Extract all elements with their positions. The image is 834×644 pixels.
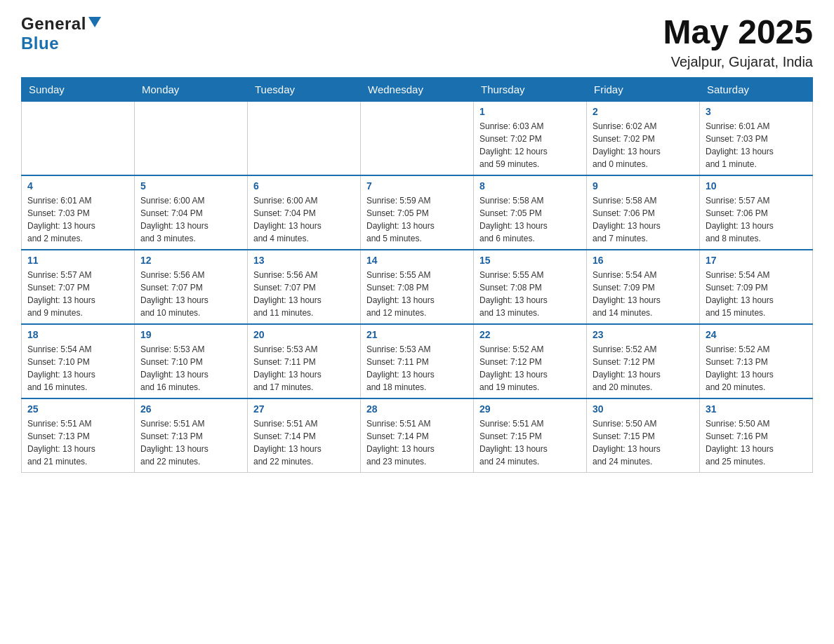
day-number: 24	[706, 329, 807, 340]
calendar-cell: 8Sunrise: 5:58 AM Sunset: 7:05 PM Daylig…	[474, 175, 587, 250]
calendar-header-saturday: Saturday	[700, 77, 813, 101]
calendar-cell: 28Sunrise: 5:51 AM Sunset: 7:14 PM Dayli…	[361, 398, 474, 473]
day-info: Sunrise: 5:52 AM Sunset: 7:12 PM Dayligh…	[479, 343, 581, 394]
calendar-cell: 30Sunrise: 5:50 AM Sunset: 7:15 PM Dayli…	[587, 398, 700, 473]
calendar-header-row: SundayMondayTuesdayWednesdayThursdayFrid…	[22, 77, 813, 101]
day-info: Sunrise: 5:51 AM Sunset: 7:13 PM Dayligh…	[140, 417, 241, 468]
calendar-week-row: 18Sunrise: 5:54 AM Sunset: 7:10 PM Dayli…	[22, 324, 813, 398]
calendar-cell: 14Sunrise: 5:55 AM Sunset: 7:08 PM Dayli…	[361, 250, 474, 324]
day-number: 3	[706, 106, 807, 117]
day-number: 25	[27, 403, 128, 415]
day-info: Sunrise: 5:53 AM Sunset: 7:11 PM Dayligh…	[253, 343, 355, 394]
day-info: Sunrise: 6:00 AM Sunset: 7:04 PM Dayligh…	[253, 194, 355, 245]
calendar-table: SundayMondayTuesdayWednesdayThursdayFrid…	[21, 77, 813, 473]
calendar-cell: 20Sunrise: 5:53 AM Sunset: 7:11 PM Dayli…	[248, 324, 361, 398]
day-number: 4	[27, 180, 128, 192]
day-number: 18	[27, 329, 128, 340]
day-number: 23	[593, 329, 694, 340]
calendar-cell: 17Sunrise: 5:54 AM Sunset: 7:09 PM Dayli…	[700, 250, 813, 324]
calendar-cell: 7Sunrise: 5:59 AM Sunset: 7:05 PM Daylig…	[361, 175, 474, 250]
calendar-cell: 18Sunrise: 5:54 AM Sunset: 7:10 PM Dayli…	[22, 324, 135, 398]
day-number: 11	[27, 255, 128, 266]
day-number: 12	[140, 255, 241, 266]
calendar-cell: 5Sunrise: 6:00 AM Sunset: 7:04 PM Daylig…	[135, 175, 248, 250]
calendar-cell: 11Sunrise: 5:57 AM Sunset: 7:07 PM Dayli…	[22, 250, 135, 324]
day-number: 30	[593, 403, 694, 415]
day-number: 29	[479, 403, 581, 415]
calendar-week-row: 11Sunrise: 5:57 AM Sunset: 7:07 PM Dayli…	[22, 250, 813, 324]
month-year-title: May 2025	[663, 14, 814, 51]
calendar-week-row: 25Sunrise: 5:51 AM Sunset: 7:13 PM Dayli…	[22, 398, 813, 473]
title-block: May 2025 Vejalpur, Gujarat, India	[663, 14, 814, 70]
day-number: 2	[593, 106, 694, 117]
day-info: Sunrise: 5:51 AM Sunset: 7:14 PM Dayligh…	[253, 417, 355, 468]
day-number: 17	[706, 255, 807, 266]
calendar-cell: 10Sunrise: 5:57 AM Sunset: 7:06 PM Dayli…	[700, 175, 813, 250]
day-number: 5	[140, 180, 241, 192]
calendar-cell: 13Sunrise: 5:56 AM Sunset: 7:07 PM Dayli…	[248, 250, 361, 324]
logo-blue-text: Blue	[21, 34, 59, 53]
day-info: Sunrise: 5:53 AM Sunset: 7:10 PM Dayligh…	[140, 343, 241, 394]
calendar-header-wednesday: Wednesday	[361, 77, 474, 101]
calendar-cell: 16Sunrise: 5:54 AM Sunset: 7:09 PM Dayli…	[587, 250, 700, 324]
calendar-cell: 15Sunrise: 5:55 AM Sunset: 7:08 PM Dayli…	[474, 250, 587, 324]
day-number: 26	[140, 403, 241, 415]
day-info: Sunrise: 5:50 AM Sunset: 7:16 PM Dayligh…	[706, 417, 807, 468]
day-number: 7	[366, 180, 468, 192]
day-number: 20	[253, 329, 355, 340]
day-number: 16	[593, 255, 694, 266]
day-info: Sunrise: 5:58 AM Sunset: 7:06 PM Dayligh…	[593, 194, 694, 245]
day-info: Sunrise: 6:01 AM Sunset: 7:03 PM Dayligh…	[27, 194, 128, 245]
day-number: 27	[253, 403, 355, 415]
calendar-cell: 4Sunrise: 6:01 AM Sunset: 7:03 PM Daylig…	[22, 175, 135, 250]
day-number: 1	[479, 106, 581, 117]
calendar-cell: 1Sunrise: 6:03 AM Sunset: 7:02 PM Daylig…	[474, 101, 587, 175]
calendar-header-friday: Friday	[587, 77, 700, 101]
day-number: 31	[706, 403, 807, 415]
calendar-cell	[135, 101, 248, 175]
day-number: 19	[140, 329, 241, 340]
day-info: Sunrise: 5:55 AM Sunset: 7:08 PM Dayligh…	[479, 269, 581, 319]
day-number: 15	[479, 255, 581, 266]
day-number: 8	[479, 180, 581, 192]
calendar-cell: 3Sunrise: 6:01 AM Sunset: 7:03 PM Daylig…	[700, 101, 813, 175]
day-info: Sunrise: 6:02 AM Sunset: 7:02 PM Dayligh…	[593, 120, 694, 170]
calendar-week-row: 4Sunrise: 6:01 AM Sunset: 7:03 PM Daylig…	[22, 175, 813, 250]
day-info: Sunrise: 6:00 AM Sunset: 7:04 PM Dayligh…	[140, 194, 241, 245]
day-info: Sunrise: 5:51 AM Sunset: 7:15 PM Dayligh…	[479, 417, 581, 468]
day-info: Sunrise: 5:54 AM Sunset: 7:09 PM Dayligh…	[706, 269, 807, 319]
calendar-cell: 25Sunrise: 5:51 AM Sunset: 7:13 PM Dayli…	[22, 398, 135, 473]
calendar-cell: 23Sunrise: 5:52 AM Sunset: 7:12 PM Dayli…	[587, 324, 700, 398]
day-info: Sunrise: 6:01 AM Sunset: 7:03 PM Dayligh…	[706, 120, 807, 170]
day-info: Sunrise: 5:53 AM Sunset: 7:11 PM Dayligh…	[366, 343, 468, 394]
day-info: Sunrise: 5:52 AM Sunset: 7:13 PM Dayligh…	[706, 343, 807, 394]
day-info: Sunrise: 5:57 AM Sunset: 7:06 PM Dayligh…	[706, 194, 807, 245]
location-subtitle: Vejalpur, Gujarat, India	[663, 54, 814, 70]
day-info: Sunrise: 5:50 AM Sunset: 7:15 PM Dayligh…	[593, 417, 694, 468]
day-number: 6	[253, 180, 355, 192]
calendar-cell: 2Sunrise: 6:02 AM Sunset: 7:02 PM Daylig…	[587, 101, 700, 175]
day-number: 28	[366, 403, 468, 415]
day-number: 13	[253, 255, 355, 266]
calendar-header-monday: Monday	[135, 77, 248, 101]
day-info: Sunrise: 5:51 AM Sunset: 7:14 PM Dayligh…	[366, 417, 468, 468]
calendar-cell: 9Sunrise: 5:58 AM Sunset: 7:06 PM Daylig…	[587, 175, 700, 250]
day-info: Sunrise: 6:03 AM Sunset: 7:02 PM Dayligh…	[479, 120, 581, 170]
calendar-header-thursday: Thursday	[474, 77, 587, 101]
day-number: 10	[706, 180, 807, 192]
calendar-cell: 27Sunrise: 5:51 AM Sunset: 7:14 PM Dayli…	[248, 398, 361, 473]
day-number: 21	[366, 329, 468, 340]
calendar-cell: 24Sunrise: 5:52 AM Sunset: 7:13 PM Dayli…	[700, 324, 813, 398]
calendar-cell: 26Sunrise: 5:51 AM Sunset: 7:13 PM Dayli…	[135, 398, 248, 473]
calendar-cell: 12Sunrise: 5:56 AM Sunset: 7:07 PM Dayli…	[135, 250, 248, 324]
calendar-cell	[248, 101, 361, 175]
calendar-cell: 22Sunrise: 5:52 AM Sunset: 7:12 PM Dayli…	[474, 324, 587, 398]
day-info: Sunrise: 5:56 AM Sunset: 7:07 PM Dayligh…	[140, 269, 241, 319]
day-info: Sunrise: 5:54 AM Sunset: 7:09 PM Dayligh…	[593, 269, 694, 319]
day-info: Sunrise: 5:58 AM Sunset: 7:05 PM Dayligh…	[479, 194, 581, 245]
day-number: 14	[366, 255, 468, 266]
calendar-header-sunday: Sunday	[22, 77, 135, 101]
day-info: Sunrise: 5:55 AM Sunset: 7:08 PM Dayligh…	[366, 269, 468, 319]
calendar-cell: 19Sunrise: 5:53 AM Sunset: 7:10 PM Dayli…	[135, 324, 248, 398]
calendar-header-tuesday: Tuesday	[248, 77, 361, 101]
